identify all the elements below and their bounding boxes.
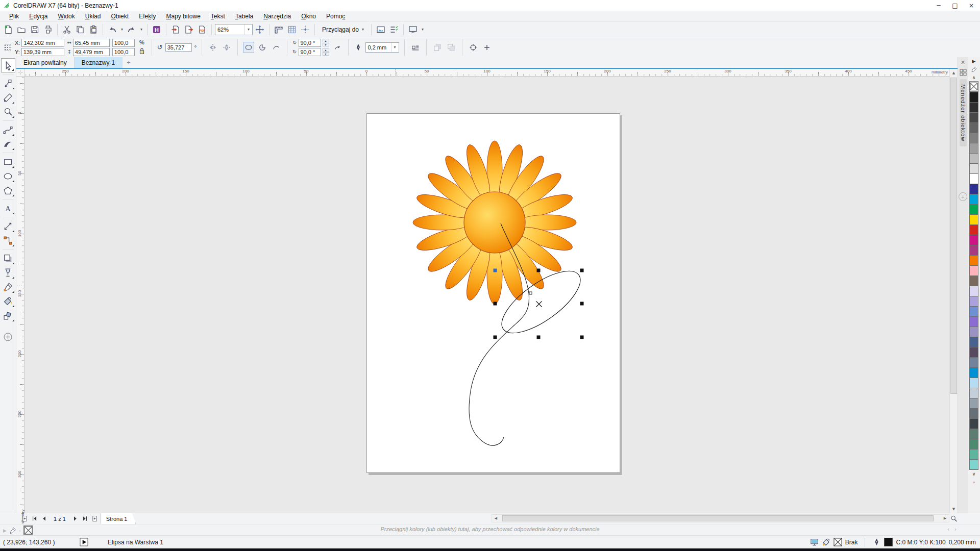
wrap-text-button[interactable] [410,42,421,53]
scroll-left-arrow[interactable]: ◀ [492,515,500,522]
zoom-in-button[interactable] [949,514,958,522]
palette-swatch[interactable] [969,408,978,419]
palette-swatch[interactable] [969,316,978,327]
menu-item-okno[interactable]: Okno [296,12,321,21]
palette-swatch[interactable] [969,459,978,470]
toolbar-copy-button[interactable] [74,23,86,36]
menu-item-widok[interactable]: Widok [53,12,80,21]
doc-palette-scroll-left[interactable]: ‹ [947,527,949,532]
menu-item-plik[interactable]: Plik [4,12,24,21]
palette-swatch[interactable] [969,439,978,449]
horizontal-scroll-thumb[interactable] [502,515,934,521]
document-page[interactable] [366,113,620,473]
chevron-down-icon[interactable]: ▾ [244,24,252,35]
x-position-field[interactable]: 142,302 mm [21,39,64,47]
flower-center[interactable] [464,192,525,253]
ellipse-mode-button[interactable] [243,42,254,53]
palette-swatch[interactable] [969,92,978,103]
mirror-horizontal-button[interactable] [207,42,218,53]
zoom-level-combo[interactable]: 62%▾ [215,24,253,35]
toolbar-options-list-button[interactable] [388,23,400,36]
selection-handle[interactable] [537,336,541,339]
color-proof-icon[interactable] [810,538,819,546]
toolbar-paste-button[interactable] [87,23,100,36]
palette-swatch[interactable] [969,235,978,245]
mirror-vertical-button[interactable] [221,42,232,53]
selection-handle[interactable] [494,336,497,339]
minimize-button[interactable]: ─ [932,1,945,11]
ruler-origin-button[interactable] [16,69,24,77]
toolbar-undo-button[interactable] [106,23,118,36]
convert-to-curves-button[interactable] [468,42,479,53]
first-page-button[interactable] [30,515,38,523]
menu-item-tabela[interactable]: Tabela [230,12,258,21]
to-back-button[interactable] [446,42,457,53]
palette-swatch[interactable] [969,245,978,256]
menu-item-mapy-bitowe[interactable]: Mapy bitowe [161,12,205,21]
scroll-down-arrow[interactable]: ▼ [950,505,958,513]
toolbar-grid-button[interactable] [286,23,298,36]
toolbar-save-button[interactable] [29,23,41,36]
next-page-button[interactable] [71,515,80,523]
selection-handle[interactable] [580,336,584,339]
scroll-right-arrow[interactable]: ▶ [941,515,949,522]
tool-transparency[interactable] [1,265,15,280]
arc-end-field[interactable]: 90,0 ° [299,48,321,56]
selection-handle[interactable] [537,269,541,272]
toolbar-monitor-dropdown[interactable]: ▾ [420,23,425,36]
scale-y-field[interactable]: 100,0 [112,48,135,56]
selection-handle[interactable] [580,269,584,272]
tool-smart-fill[interactable] [1,308,15,322]
palette-swatch[interactable] [969,388,978,398]
chevron-down-icon[interactable]: ▾ [391,43,399,52]
palette-swatch[interactable] [969,143,978,154]
toolbar-print-button[interactable] [42,23,54,36]
palette-swatch[interactable] [969,112,978,123]
menu-item-tekst[interactable]: Tekst [206,12,230,21]
palette-swatch[interactable] [969,214,978,225]
arc-end-spinner[interactable]: ▴▾ [323,48,329,56]
palette-swatch[interactable] [969,163,978,174]
tool-shape[interactable] [1,76,15,90]
palette-swatch[interactable] [969,429,978,439]
palette-swatch[interactable] [969,296,978,307]
tool-pick[interactable] [1,58,15,72]
last-page-button[interactable] [81,515,89,523]
tool-zoom-tool[interactable] [1,105,15,119]
tool-quick-customize[interactable] [1,330,15,344]
tool-ellipse-tool[interactable] [1,169,15,183]
palette-scroll-up-icon[interactable]: ∧ [972,73,976,82]
palette-swatch[interactable] [969,184,978,194]
previous-page-button[interactable] [40,515,48,523]
palette-swatch[interactable] [969,173,978,184]
page-tab-strona-1[interactable]: Strona 1 [101,513,136,524]
outline-width-combo[interactable]: 0,2 mm ▾ [365,42,399,53]
toolbar-content-search-button[interactable]: H [151,23,163,36]
tool-crop[interactable] [1,90,15,105]
tool-freehand[interactable] [1,122,15,137]
docker-add-icon[interactable]: + [959,192,967,201]
toolbar-pdf-button[interactable]: PDF [196,23,208,36]
selection-handle[interactable] [580,302,584,306]
toolbar-pan-button[interactable] [254,23,266,36]
palette-swatch[interactable] [969,194,978,205]
ellipse-node[interactable] [529,292,532,294]
tool-rectangle[interactable] [1,155,15,169]
menu-item-edycja[interactable]: Edycja [24,12,53,21]
arc-mode-button[interactable] [271,42,282,53]
toolbar-import-button[interactable] [169,23,182,36]
palette-swatch[interactable] [969,153,978,164]
palette-swatch[interactable] [969,327,978,337]
tool-polygon[interactable] [1,183,15,197]
palette-swatch[interactable] [969,398,978,409]
maximize-button[interactable]: □ [948,1,962,11]
vertical-scroll-thumb[interactable] [950,78,957,394]
palette-swatch[interactable] [969,265,978,276]
toolbar-guidelines-button[interactable] [299,23,311,36]
tool-dimension[interactable] [1,219,15,233]
palette-no-color-swatch[interactable] [969,81,978,92]
new-tab-button[interactable]: + [122,57,135,68]
palette-flyout-icon[interactable]: ▶ [972,57,976,65]
toolbar-new-button[interactable] [2,23,14,36]
width-field[interactable]: 65,45 mm [73,39,110,47]
